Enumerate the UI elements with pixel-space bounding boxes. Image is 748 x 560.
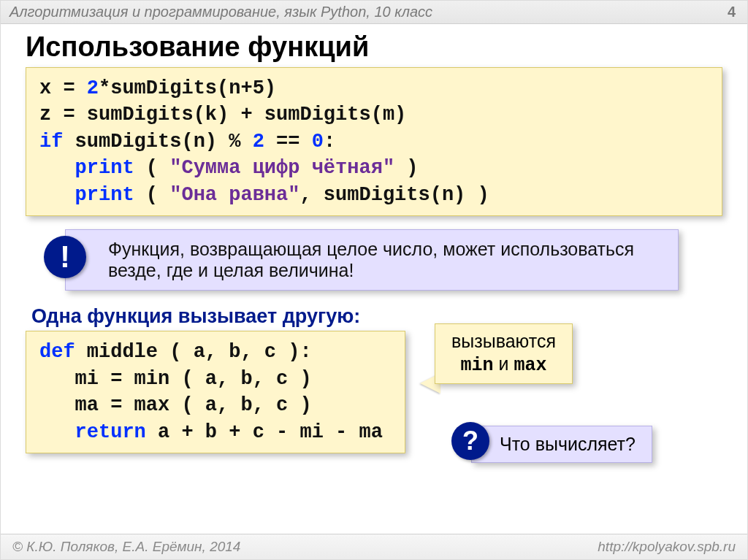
course-title: Алгоритмизация и программирование, язык … [9, 4, 432, 20]
header-bar: Алгоритмизация и программирование, язык … [1, 1, 747, 24]
info-text: Функция, возвращающая целое число, может… [108, 239, 634, 280]
footer-authors: © К.Ю. Поляков, Е.А. Ерёмин, 2014 [12, 539, 240, 555]
info-note: ! Функция, возвращающая целое число, мож… [65, 229, 679, 291]
question-icon: ? [451, 422, 489, 460]
exclamation-icon: ! [44, 236, 86, 278]
question-text: Что вычисляет? [500, 434, 636, 454]
callout-line2: min и max [451, 353, 556, 377]
page-title: Использование функций [26, 31, 747, 63]
page-number: 4 [728, 4, 736, 20]
code-block-1: x = 2*sumDigits(n+5) z = sumDigits(k) + … [26, 67, 722, 216]
footer-url: http://kpolyakov.spb.ru [598, 539, 736, 555]
callout-line1: вызываются [451, 330, 556, 353]
callout-note: вызываются min и max [435, 323, 573, 384]
footer-bar: © К.Ю. Поляков, Е.А. Ерёмин, 2014 http:/… [1, 534, 747, 559]
subheading: Одна функция вызывает другую: [31, 305, 722, 328]
question-note: ? Что вычисляет? [471, 426, 652, 463]
lower-section: def middle ( a, b, c ): mi = min ( a, b,… [26, 331, 722, 453]
code-block-2: def middle ( a, b, c ): mi = min ( a, b,… [26, 331, 405, 453]
